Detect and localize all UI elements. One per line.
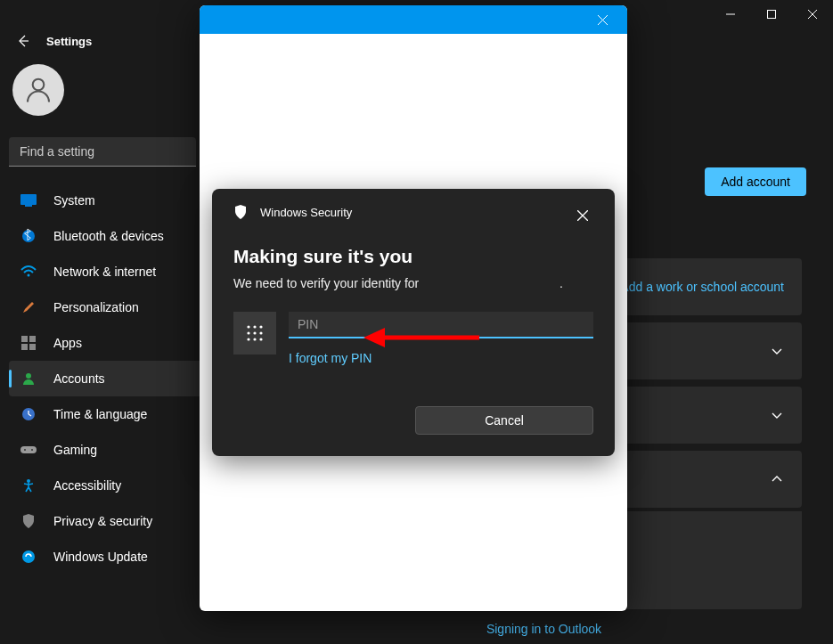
svg-point-31 (253, 331, 256, 334)
nav-label: Windows Update (53, 550, 148, 564)
keypad-icon (233, 312, 276, 355)
nav-label: Personalization (53, 300, 139, 314)
svg-point-14 (26, 373, 31, 379)
subtext-lead: We need to verify your identity for (233, 276, 419, 290)
svg-point-28 (253, 325, 256, 328)
nav-label: Bluetooth & devices (53, 229, 164, 243)
shield-icon (20, 512, 37, 530)
bluetooth-icon (20, 227, 37, 245)
svg-point-22 (22, 550, 35, 563)
chevron-down-icon (770, 344, 784, 358)
back-button[interactable] (12, 30, 34, 52)
chevron-up-icon (770, 472, 784, 486)
work-school-link[interactable]: Add a work or school account (620, 280, 784, 294)
svg-rect-1 (768, 11, 776, 19)
svg-point-34 (253, 338, 256, 340)
apps-icon (20, 334, 37, 352)
svg-rect-13 (29, 344, 36, 350)
svg-point-5 (33, 79, 45, 91)
brush-icon (20, 298, 37, 316)
minimize-button[interactable] (710, 0, 751, 29)
close-icon (577, 210, 588, 221)
accounts-icon (20, 370, 37, 387)
back-arrow-icon (16, 34, 30, 48)
gaming-icon (20, 441, 37, 459)
svg-point-27 (247, 325, 249, 328)
svg-rect-7 (25, 205, 32, 207)
modal-close-button[interactable] (584, 7, 620, 32)
nav-label: Accessibility (53, 478, 121, 493)
svg-point-35 (259, 338, 262, 340)
svg-point-32 (259, 331, 262, 334)
add-account-button[interactable]: Add account (705, 167, 806, 196)
page-title: Settings (46, 35, 92, 48)
maximize-icon (766, 9, 777, 20)
svg-point-9 (28, 274, 30, 277)
maximize-button[interactable] (751, 0, 792, 29)
signing-outlook-link[interactable]: Signing in to Outlook (276, 622, 812, 636)
close-button[interactable] (792, 0, 833, 29)
pin-entry-row: I forgot my PIN (233, 312, 593, 365)
nav-label: System (53, 193, 95, 208)
forgot-pin-link[interactable]: I forgot my PIN (289, 351, 593, 365)
windows-security-dialog: Windows Security Making sure it's you We… (212, 189, 615, 456)
close-icon (807, 9, 818, 20)
svg-rect-18 (20, 446, 37, 453)
svg-point-21 (27, 479, 30, 483)
svg-point-19 (24, 449, 26, 451)
svg-rect-10 (21, 336, 28, 342)
clock-icon (20, 405, 37, 423)
svg-point-30 (247, 331, 249, 334)
svg-point-29 (259, 325, 262, 328)
security-dialog-title: Windows Security (260, 206, 352, 219)
wifi-icon (20, 263, 37, 281)
security-dialog-subtext: We need to verify your identity for . (233, 276, 593, 290)
nav-label: Accounts (53, 371, 105, 386)
close-icon (598, 15, 608, 25)
modal-titlebar (200, 5, 627, 34)
system-icon (20, 192, 37, 209)
svg-point-33 (247, 338, 249, 340)
svg-rect-6 (20, 194, 37, 205)
nav-label: Apps (53, 336, 82, 350)
user-avatar[interactable] (12, 64, 64, 116)
pin-column: I forgot my PIN (289, 312, 593, 365)
pin-input[interactable] (289, 312, 593, 338)
svg-rect-11 (29, 336, 36, 342)
nav-label: Privacy & security (53, 514, 152, 528)
search-input[interactable] (9, 137, 196, 167)
shield-icon (233, 205, 248, 219)
chevron-down-icon (770, 408, 784, 422)
svg-rect-12 (21, 344, 28, 350)
window-controls (710, 0, 833, 29)
cancel-button[interactable]: Cancel (415, 406, 593, 435)
svg-point-20 (31, 449, 33, 451)
nav-label: Gaming (53, 443, 97, 457)
person-icon (22, 74, 54, 106)
security-dialog-heading: Making sure it's you (233, 246, 593, 267)
accessibility-icon (20, 477, 37, 494)
minimize-icon (725, 9, 736, 20)
security-dialog-header: Windows Security (233, 205, 593, 219)
subtext-tail: . (559, 276, 563, 290)
update-icon (20, 548, 37, 566)
nav-label: Network & internet (53, 265, 156, 279)
nav-label: Time & language (53, 407, 147, 421)
security-dialog-close-button[interactable] (568, 201, 597, 230)
